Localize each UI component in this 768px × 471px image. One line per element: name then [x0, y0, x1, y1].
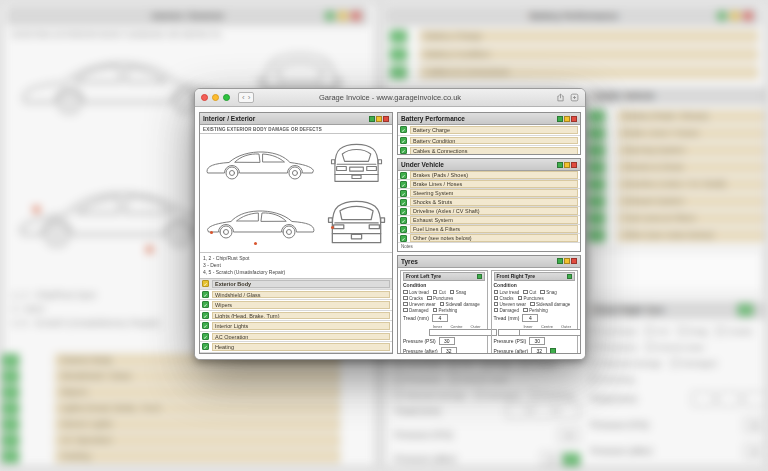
status-checkbox[interactable] [400, 199, 407, 206]
checkbox-icon[interactable] [440, 302, 445, 307]
status-green-button[interactable] [557, 258, 563, 264]
pressure-input[interactable] [439, 337, 455, 345]
status-green-button[interactable] [550, 348, 556, 354]
tread-inner-input[interactable] [429, 329, 497, 336]
condition-checkbox[interactable]: Punctures [427, 296, 453, 301]
inspection-row[interactable]: Shocks & Struts [398, 198, 580, 207]
checkbox-icon[interactable] [433, 290, 438, 295]
status-checkbox[interactable] [202, 301, 209, 308]
checklist-row[interactable]: Windshield / Glass [200, 290, 392, 301]
condition-checkbox[interactable]: Low tread [403, 290, 429, 295]
pressure-after-input[interactable] [441, 347, 457, 354]
condition-checkbox[interactable]: Uneven wear [494, 302, 527, 307]
checkbox-icon[interactable] [494, 290, 499, 295]
status-checkbox[interactable] [400, 181, 407, 188]
status-checkbox[interactable] [202, 333, 209, 340]
status-checkbox[interactable] [400, 147, 407, 154]
status-green-button[interactable] [567, 274, 572, 279]
status-checkbox[interactable] [202, 343, 209, 350]
status-red-button[interactable] [383, 116, 389, 122]
checklist-row[interactable]: Exterior Body [200, 279, 392, 290]
status-green-button[interactable] [557, 116, 563, 122]
tread-input[interactable] [522, 314, 538, 322]
condition-checkbox[interactable]: Cracks [403, 296, 423, 301]
condition-checkbox[interactable]: Punctures [518, 296, 544, 301]
status-checkbox[interactable] [400, 126, 407, 133]
pressure-after-input[interactable] [531, 347, 547, 354]
minimize-icon[interactable] [212, 94, 219, 101]
status-green-button[interactable] [557, 162, 563, 168]
status-yellow-button[interactable] [564, 258, 570, 264]
status-checkbox[interactable] [400, 190, 407, 197]
inspection-row[interactable]: Fuel Lines & Filters [398, 225, 580, 234]
car-rear-view[interactable] [321, 190, 392, 252]
checkbox-icon[interactable] [523, 290, 528, 295]
back-icon[interactable]: ‹ [242, 93, 245, 102]
inspection-row[interactable]: Cables & Connections [398, 146, 580, 155]
inspection-row[interactable]: Brakes (Pads / Shoes) [398, 171, 580, 180]
car-side-view-2[interactable] [200, 190, 321, 252]
inspection-row[interactable]: Brake Lines / Hoses [398, 180, 580, 189]
checkbox-icon[interactable] [494, 302, 499, 307]
condition-checkbox[interactable]: Sidewall damage [440, 302, 480, 307]
condition-checkbox[interactable]: Damaged [494, 308, 520, 313]
notes-area[interactable]: Notes [398, 243, 580, 252]
checkbox-icon[interactable] [518, 296, 523, 301]
status-checkbox[interactable] [400, 226, 407, 233]
checkbox-icon[interactable] [523, 308, 528, 313]
checkbox-icon[interactable] [530, 302, 535, 307]
pressure-input[interactable] [529, 337, 545, 345]
tread-input[interactable] [432, 314, 448, 322]
inspection-row[interactable]: Exhaust System [398, 216, 580, 225]
car-side-view[interactable] [200, 134, 321, 190]
zoom-icon[interactable] [223, 94, 230, 101]
checklist-row[interactable]: AC Operation [200, 332, 392, 343]
condition-checkbox[interactable]: Cracks [494, 296, 514, 301]
checkbox-icon[interactable] [403, 290, 408, 295]
status-red-button[interactable] [571, 258, 577, 264]
status-red-button[interactable] [571, 162, 577, 168]
inspection-row[interactable]: Battery Charge [398, 125, 580, 136]
status-checkbox[interactable] [202, 291, 209, 298]
checklist-row[interactable]: Heating [200, 342, 392, 353]
car-front-view[interactable] [321, 134, 392, 190]
condition-checkbox[interactable]: Perishing [433, 308, 458, 313]
status-yellow-button[interactable] [564, 162, 570, 168]
forward-icon[interactable]: › [248, 93, 251, 102]
browser-titlebar[interactable]: ‹ › Garage Invoice - www.garageinvoice.c… [195, 89, 585, 107]
condition-checkbox[interactable]: Cut [523, 290, 536, 295]
status-green-button[interactable] [477, 274, 482, 279]
status-checkbox[interactable] [400, 235, 407, 242]
checkbox-icon[interactable] [403, 308, 408, 313]
status-checkbox[interactable] [202, 280, 209, 287]
share-icon[interactable] [556, 93, 565, 102]
condition-checkbox[interactable]: Low tread [494, 290, 520, 295]
condition-checkbox[interactable]: Damaged [403, 308, 429, 313]
checkbox-icon[interactable] [540, 290, 545, 295]
checkbox-icon[interactable] [494, 296, 499, 301]
status-checkbox[interactable] [400, 208, 407, 215]
checkbox-icon[interactable] [494, 308, 499, 313]
checkbox-icon[interactable] [427, 296, 432, 301]
status-green-button[interactable] [369, 116, 375, 122]
condition-checkbox[interactable]: Perishing [523, 308, 548, 313]
condition-checkbox[interactable]: Uneven wear [403, 302, 436, 307]
status-yellow-button[interactable] [376, 116, 382, 122]
notes-input-line[interactable] [401, 249, 577, 252]
status-checkbox[interactable] [202, 322, 209, 329]
condition-checkbox[interactable]: Snag [540, 290, 557, 295]
status-checkbox[interactable] [202, 312, 209, 319]
checkbox-icon[interactable] [450, 290, 455, 295]
checklist-row[interactable]: Wipers [200, 300, 392, 311]
condition-checkbox[interactable]: Cut [433, 290, 446, 295]
checklist-row[interactable]: Interior Lights [200, 321, 392, 332]
checkbox-icon[interactable] [403, 296, 408, 301]
new-tab-icon[interactable] [570, 93, 579, 102]
status-checkbox[interactable] [400, 172, 407, 179]
checklist-row[interactable]: Lights (Head, Brake, Turn) [200, 311, 392, 322]
tread-inner-input[interactable] [519, 329, 581, 336]
status-yellow-button[interactable] [564, 116, 570, 122]
inspection-row[interactable]: Steering System [398, 189, 580, 198]
inspection-row[interactable]: Battery Condition [398, 136, 580, 147]
inspection-row[interactable]: Driveline (Axles / CV Shaft) [398, 207, 580, 216]
